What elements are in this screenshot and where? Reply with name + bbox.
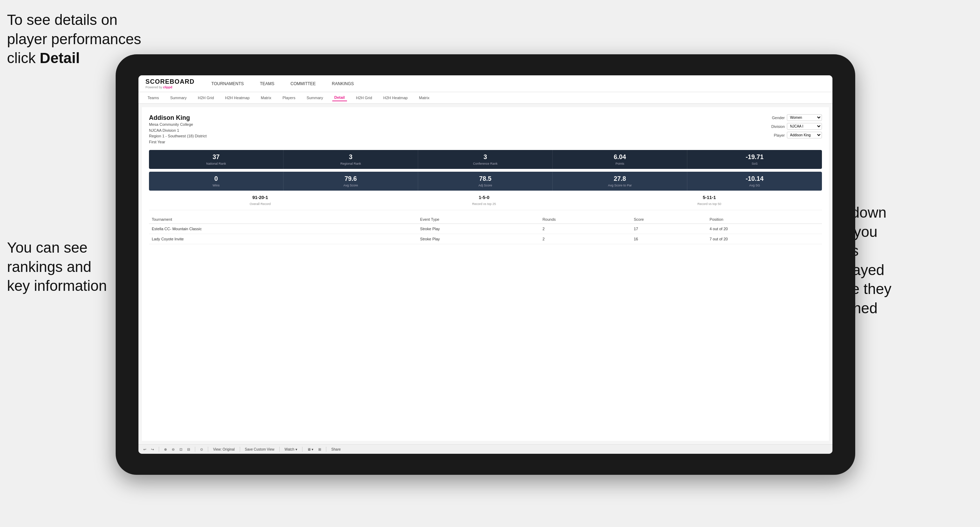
toolbar-redo[interactable]: ↪ — [151, 448, 154, 451]
tablet-frame: SCOREBOARD Powered by clippd TOURNAMENTS… — [116, 54, 855, 475]
toolbar-sep5 — [279, 447, 280, 452]
sub-nav-players[interactable]: Players — [280, 95, 298, 101]
stat-national-rank: 37 National Rank — [149, 150, 283, 169]
logo-area: SCOREBOARD Powered by clippd — [145, 78, 194, 89]
col-score: Score — [631, 215, 706, 224]
stat-avg-sg: -10.14 Avg SG — [687, 172, 822, 190]
toolbar-sep1 — [159, 447, 159, 452]
cell-score-2: 16 — [631, 234, 706, 244]
table-body: Estella CC- Mountain Classic Stroke Play… — [149, 224, 822, 244]
tournament-table: Tournament Event Type Rounds Score Posit… — [149, 215, 822, 244]
col-position: Position — [706, 215, 822, 224]
toolbar-zoom-out[interactable]: ⊖ — [172, 448, 175, 451]
toolbar-watch[interactable]: Watch ▾ — [285, 448, 297, 451]
sub-nav-summary2[interactable]: Summary — [305, 95, 325, 101]
player-region: Region 1 - Southwest (18) District — [149, 133, 207, 139]
division-select[interactable]: NJCAA I — [787, 123, 822, 130]
bottom-toolbar: ↩ ↪ ⊕ ⊖ ⊡ ⊟ ⊙ View: Original Save Custom… — [138, 444, 832, 454]
toolbar-sep6 — [302, 447, 302, 452]
stat-regional-rank: 3 Regional Rank — [283, 150, 418, 169]
toolbar-settings[interactable]: ⊙ — [200, 448, 203, 451]
toolbar-save-custom[interactable]: Save Custom View — [245, 448, 274, 451]
toolbar-reset[interactable]: ⊟ — [187, 448, 190, 451]
toolbar-sep2 — [195, 447, 195, 452]
toolbar-zoom-in[interactable]: ⊕ — [164, 448, 167, 451]
table-row[interactable]: Lady Coyote Invite Stroke Play 2 16 7 ou… — [149, 234, 822, 244]
sub-nav-matrix[interactable]: Matrix — [259, 95, 274, 101]
player-division: NJCAA Division 1 — [149, 127, 207, 133]
table-header-row: Tournament Event Type Rounds Score Posit… — [149, 215, 822, 224]
toolbar-share[interactable]: Share — [331, 448, 341, 451]
cell-tournament-2: Lady Coyote Invite — [149, 234, 417, 244]
toolbar-undo[interactable]: ↩ — [143, 448, 146, 451]
filter-gender: Gender Women — [772, 114, 822, 121]
division-label: Division — [771, 124, 785, 129]
cell-rounds-2: 2 — [540, 234, 631, 244]
filter-player: Player Addison King — [774, 132, 822, 138]
sub-nav: Teams Summary H2H Grid H2H Heatmap Matri… — [138, 92, 832, 104]
col-tournament: Tournament — [149, 215, 417, 224]
toolbar-grid[interactable]: ⊞ — [318, 448, 321, 451]
content-inner: Addison King Mesa Community College NJCA… — [142, 107, 829, 441]
col-event-type: Event Type — [417, 215, 540, 224]
player-name: Addison King — [149, 114, 207, 122]
player-college: Mesa Community College — [149, 122, 207, 127]
stat-sos: -19.71 SoS — [687, 150, 822, 169]
stat-points: 6.04 Points — [553, 150, 687, 169]
cell-event-type-2: Stroke Play — [417, 234, 540, 244]
toolbar-sep7 — [326, 447, 326, 452]
stat-wins: 0 Wins — [149, 172, 283, 190]
logo-powered: Powered by clippd — [145, 86, 194, 89]
sub-nav-summary[interactable]: Summary — [168, 95, 189, 101]
sub-nav-h2h-grid[interactable]: H2H Grid — [196, 95, 216, 101]
table-header: Tournament Event Type Rounds Score Posit… — [149, 215, 822, 224]
player-select[interactable]: Addison King — [787, 132, 822, 138]
cell-event-type-1: Stroke Play — [417, 224, 540, 234]
stats-row2: 0 Wins 79.6 Avg Score 78.5 Adj Score 27.… — [149, 172, 822, 190]
toolbar-sep4 — [240, 447, 240, 452]
nav-teams[interactable]: TEAMS — [257, 80, 277, 87]
nav-tournaments[interactable]: TOURNAMENTS — [208, 80, 247, 87]
annotation-bottom-left: You can see rankings and key information — [7, 238, 107, 296]
record-overall: 91-20-1 Overall Record — [250, 195, 270, 206]
nav-committee[interactable]: COMMITTEE — [288, 80, 318, 87]
filter-division: Division NJCAA I — [771, 123, 822, 130]
stat-adj-score: 78.5 Adj Score — [418, 172, 553, 190]
stat-avg-score: 79.6 Avg Score — [283, 172, 418, 190]
nav-rankings[interactable]: RANKINGS — [329, 80, 357, 87]
sub-nav-detail[interactable]: Detail — [332, 94, 347, 101]
record-top50: 5-11-1 Record vs top 50 — [697, 195, 721, 206]
nav-bar: SCOREBOARD Powered by clippd TOURNAMENTS… — [138, 75, 832, 92]
stats-row1: 37 National Rank 3 Regional Rank 3 Confe… — [149, 150, 822, 169]
toolbar-fit[interactable]: ⊡ — [180, 448, 182, 451]
sub-nav-matrix2[interactable]: Matrix — [417, 95, 431, 101]
gender-label: Gender — [772, 116, 785, 120]
table-row[interactable]: Estella CC- Mountain Classic Stroke Play… — [149, 224, 822, 234]
sub-nav-h2h-grid2[interactable]: H2H Grid — [354, 95, 374, 101]
cell-position-2: 7 out of 20 — [706, 234, 822, 244]
cell-rounds-1: 2 — [540, 224, 631, 234]
main-content: Addison King Mesa Community College NJCA… — [138, 104, 832, 444]
player-info: Addison King Mesa Community College NJCA… — [149, 114, 207, 145]
toolbar-screen[interactable]: 🖥 ▾ — [307, 448, 314, 451]
player-label: Player — [774, 133, 785, 137]
player-filters: Gender Women Division NJCAA I — [771, 114, 822, 145]
record-row: 91-20-1 Overall Record 1-5-0 Record vs t… — [149, 195, 822, 210]
toolbar-view-original[interactable]: View: Original — [213, 448, 235, 451]
stat-avg-score-to-par: 27.8 Avg Score to Par — [553, 172, 687, 190]
sub-nav-h2h-heatmap2[interactable]: H2H Heatmap — [381, 95, 410, 101]
stat-conference-rank: 3 Conference Rank — [418, 150, 553, 169]
annotation-top-left: To see details on player performances cl… — [7, 11, 141, 68]
player-year: First Year — [149, 139, 207, 145]
gender-select[interactable]: Women — [787, 114, 822, 121]
tablet-screen: SCOREBOARD Powered by clippd TOURNAMENTS… — [138, 75, 832, 454]
toolbar-sep3 — [208, 447, 208, 452]
player-header: Addison King Mesa Community College NJCA… — [149, 114, 822, 145]
logo-scoreboard: SCOREBOARD — [145, 78, 194, 86]
col-rounds: Rounds — [540, 215, 631, 224]
record-top25: 1-5-0 Record vs top 25 — [472, 195, 496, 206]
sub-nav-h2h-heatmap[interactable]: H2H Heatmap — [223, 95, 252, 101]
cell-tournament-1: Estella CC- Mountain Classic — [149, 224, 417, 234]
sub-nav-teams[interactable]: Teams — [145, 95, 161, 101]
cell-position-1: 4 out of 20 — [706, 224, 822, 234]
